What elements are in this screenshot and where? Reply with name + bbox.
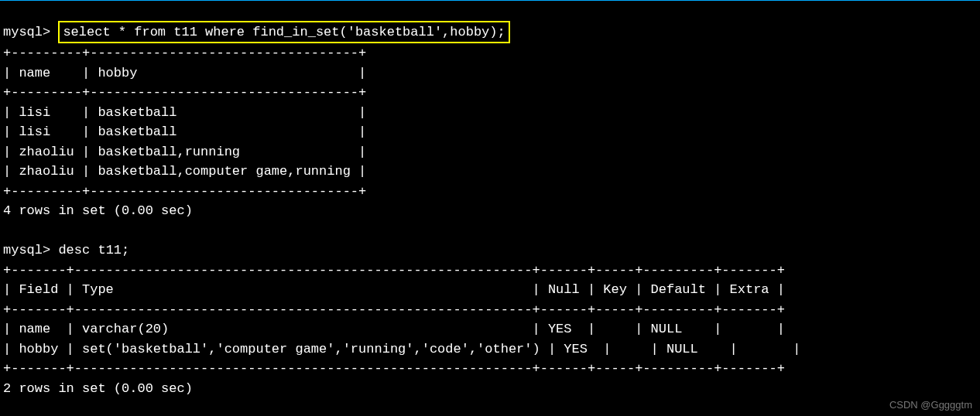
query1-status: 4 rows in set (0.00 sec) [3, 203, 193, 218]
mysql-prompt: mysql> [3, 25, 50, 39]
table1-header: | name | hobby | [3, 66, 366, 80]
table1-border-bot: +---------+-----------------------------… [3, 184, 366, 199]
table2-border-mid: +-------+-------------------------------… [3, 302, 785, 317]
table1-row: | zhaoliu | basketball,running | [3, 145, 366, 159]
query2-status: 2 rows in set (0.00 sec) [3, 381, 193, 396]
highlighted-query: select * from t11 where find_in_set('bas… [58, 21, 509, 44]
mysql-prompt: mysql> [3, 243, 50, 257]
table2-border-bot: +-------+-------------------------------… [3, 361, 785, 376]
table2-header: | Field | Type | Null | Key | Default | … [3, 282, 785, 297]
query2-command: desc t11; [58, 243, 129, 257]
watermark: CSDN @Gggggtm [889, 397, 972, 413]
table2-row: | hobby | set('basketball','computer gam… [3, 342, 800, 356]
table1-row: | lisi | basketball | [3, 124, 366, 139]
table1-row: | lisi | basketball | [3, 105, 366, 120]
table2-border-top: +-------+-------------------------------… [3, 263, 785, 278]
table1-row: | zhaoliu | basketball,computer game,run… [3, 164, 366, 179]
table2-row: | name | varchar(20) | YES | | NULL | | [3, 322, 785, 336]
table1-border-mid: +---------+-----------------------------… [3, 85, 366, 100]
terminal-output: mysql> select * from t11 where find_in_s… [0, 1, 980, 416]
table1-border-top: +---------+-----------------------------… [3, 46, 366, 60]
